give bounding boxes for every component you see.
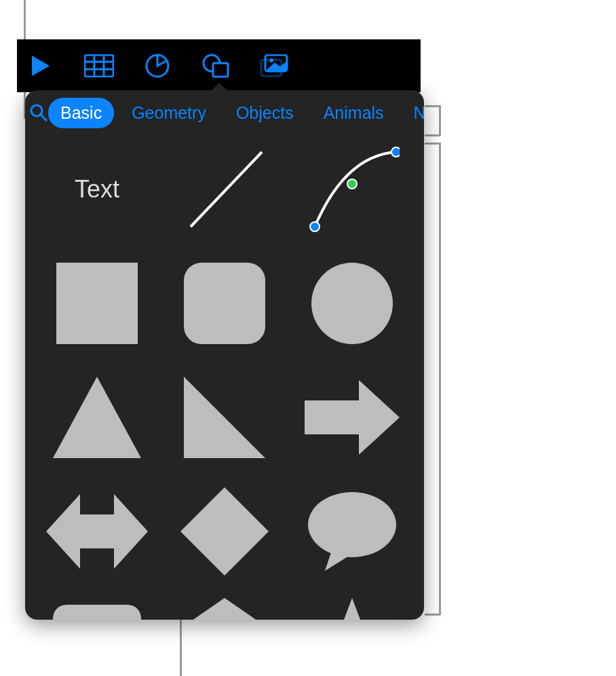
svg-marker-25 — [180, 487, 269, 576]
svg-marker-23 — [305, 380, 400, 455]
shape-square[interactable] — [45, 256, 149, 351]
annotation-line — [425, 143, 440, 145]
category-objects[interactable]: Objects — [224, 98, 306, 128]
svg-marker-30 — [305, 598, 400, 620]
shape-circle[interactable] — [301, 256, 404, 351]
category-animals[interactable]: Animals — [311, 98, 396, 128]
shape-curve[interactable] — [301, 142, 404, 237]
svg-marker-24 — [46, 494, 148, 569]
shape-pentagon[interactable] — [173, 598, 276, 620]
shapes-grid: Text — [25, 135, 424, 620]
category-basic[interactable]: Basic — [48, 98, 114, 128]
search-icon[interactable] — [29, 103, 48, 122]
svg-marker-0 — [32, 56, 50, 76]
shapes-popover: Basic Geometry Objects Animals Na Text — [25, 90, 424, 620]
svg-rect-1 — [85, 55, 113, 77]
svg-marker-22 — [184, 377, 265, 458]
shape-rounded-square[interactable] — [173, 256, 276, 351]
annotation-line — [425, 134, 440, 136]
svg-rect-28 — [53, 605, 141, 620]
svg-point-15 — [310, 222, 320, 231]
shape-callout[interactable] — [45, 598, 149, 620]
shape-star[interactable] — [301, 598, 404, 620]
svg-line-13 — [41, 115, 46, 120]
svg-marker-27 — [325, 550, 353, 571]
shape-double-arrow[interactable] — [45, 484, 149, 579]
play-button[interactable] — [24, 49, 58, 83]
category-bar: Basic Geometry Objects Animals Na — [25, 90, 424, 135]
annotation-line — [439, 143, 441, 615]
annotation-line — [180, 619, 182, 676]
media-button[interactable] — [257, 49, 291, 83]
svg-marker-21 — [53, 377, 141, 458]
shape-speech-bubble[interactable] — [301, 484, 404, 579]
category-nature[interactable]: Na — [402, 98, 424, 128]
shape-text[interactable]: Text — [45, 142, 149, 237]
svg-line-14 — [191, 152, 262, 227]
svg-point-26 — [308, 492, 396, 557]
svg-rect-8 — [213, 63, 228, 77]
chart-button[interactable] — [140, 49, 174, 83]
annotation-line — [425, 105, 440, 107]
svg-rect-18 — [56, 263, 138, 344]
svg-point-16 — [347, 179, 357, 189]
svg-point-20 — [311, 263, 393, 344]
shape-right-triangle[interactable] — [173, 370, 276, 465]
annotation-line — [439, 105, 441, 136]
table-button[interactable] — [82, 49, 116, 83]
svg-point-17 — [391, 147, 400, 157]
app-frame: Basic Geometry Objects Animals Na Text — [17, 39, 421, 616]
svg-marker-29 — [180, 598, 269, 620]
popover-arrow — [210, 83, 229, 92]
shape-triangle[interactable] — [45, 370, 149, 465]
shape-diamond[interactable] — [173, 484, 276, 579]
shape-line[interactable] — [173, 142, 276, 237]
svg-rect-19 — [184, 263, 265, 344]
category-geometry[interactable]: Geometry — [119, 98, 218, 128]
annotation-line — [425, 614, 440, 616]
shape-arrow-right[interactable] — [301, 370, 404, 465]
shape-button[interactable] — [199, 49, 233, 83]
